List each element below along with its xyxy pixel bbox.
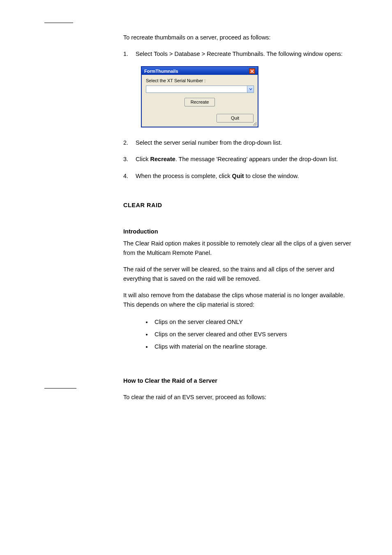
top-rule bbox=[44, 23, 73, 23]
step-number: 3. bbox=[123, 155, 128, 164]
howto-heading: How to Clear the Raid of a Server bbox=[123, 377, 355, 384]
step-3: 3. Click Recreate. The message 'Recreati… bbox=[123, 155, 355, 164]
titlebar[interactable]: FormThumnails bbox=[142, 67, 258, 75]
p5: The Clear Raid option makes it possible … bbox=[123, 239, 355, 257]
clear-raid-heading: CLEAR RAID bbox=[123, 202, 355, 208]
dialog-screenshot: FormThumnails Select the XT Serial Numbe… bbox=[44, 66, 355, 127]
bottom-rule bbox=[44, 388, 76, 388]
serial-number-dropdown[interactable] bbox=[146, 86, 254, 93]
p6: The raid of the server will be cleared, … bbox=[123, 265, 355, 283]
close-icon[interactable] bbox=[249, 68, 255, 74]
window-title: FormThumnails bbox=[144, 69, 178, 74]
step-2: 2. Select the server serial number from … bbox=[123, 138, 355, 147]
p7: It will also remove from the database th… bbox=[123, 291, 355, 309]
serial-label: Select the XT Serial Number : bbox=[146, 78, 254, 83]
step-text: Select Tools > Database > Recreate Thumb… bbox=[136, 49, 343, 58]
recreate-button[interactable]: Recreate bbox=[184, 98, 215, 106]
step-number: 4. bbox=[123, 171, 128, 180]
step-text: Click Recreate. The message 'Recreating'… bbox=[136, 155, 338, 164]
list-item: Clips with material on the nearline stor… bbox=[152, 341, 355, 352]
step-1: 1. Select Tools > Database > Recreate Th… bbox=[123, 49, 355, 58]
seg-a: Click bbox=[136, 156, 150, 162]
list-item: Clips on the server cleared ONLY bbox=[152, 317, 355, 327]
step-number: 1. bbox=[123, 49, 128, 58]
chevron-down-icon bbox=[247, 86, 254, 92]
list-item: Clips on the server cleared and other EV… bbox=[152, 329, 355, 340]
form-thumbnails-dialog: FormThumnails Select the XT Serial Numbe… bbox=[141, 66, 258, 127]
step-text: When the process is complete, click Quit… bbox=[136, 171, 299, 180]
seg-b: Quit bbox=[232, 173, 244, 179]
step-text: Select the server serial number from the… bbox=[136, 138, 282, 147]
introduction-heading: Introduction bbox=[123, 228, 355, 235]
seg-a: When the process is complete, click bbox=[136, 173, 232, 179]
step-number: 2. bbox=[123, 138, 128, 147]
seg-b: Recreate bbox=[150, 156, 175, 162]
step-4: 4. When the process is complete, click Q… bbox=[123, 171, 355, 180]
clip-location-list: Clips on the server cleared ONLY Clips o… bbox=[152, 317, 355, 352]
p8: To clear the raid of an EVS server, proc… bbox=[123, 393, 355, 402]
resize-grip-icon bbox=[252, 121, 256, 125]
intro-paragraph: To recreate thumbmails on a server, proc… bbox=[123, 33, 355, 42]
quit-button[interactable]: Quit bbox=[217, 114, 254, 123]
seg-c: . The message 'Recreating' appears under… bbox=[175, 156, 338, 162]
seg-c: to close the window. bbox=[244, 173, 299, 179]
